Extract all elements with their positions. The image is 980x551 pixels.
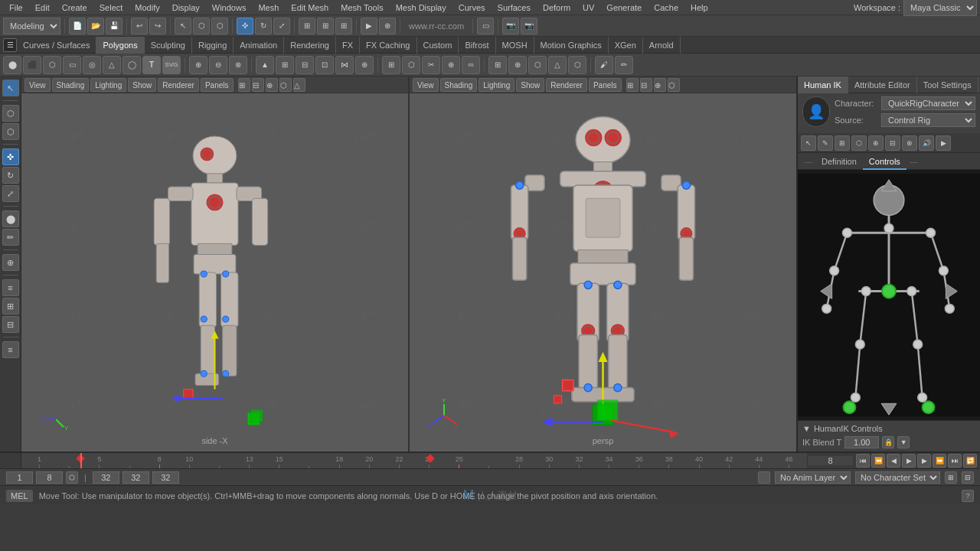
snap-point-btn[interactable]: ⊞ xyxy=(335,18,352,34)
pb-play[interactable]: ▶ xyxy=(902,454,916,468)
svg-icon[interactable]: SVG xyxy=(162,56,181,74)
viewport-right-content[interactable]: 人人素材 人人素材 人人素材 人人素材 人人素材 人人素材 人人素材 人人素材 … xyxy=(410,93,796,452)
menu-curves[interactable]: Curves xyxy=(452,0,492,15)
vp-icon-2[interactable]: ⊟ xyxy=(252,78,264,92)
sidebar-toggle[interactable]: ☰ xyxy=(3,38,17,52)
cam2-btn[interactable]: 📷 xyxy=(521,18,537,34)
cube-icon[interactable]: ⬛ xyxy=(23,56,41,74)
pb-next-key[interactable]: ⏩ xyxy=(933,454,946,468)
hik-tool-1[interactable]: ↖ xyxy=(801,135,816,151)
hik-source-dropdown[interactable]: Control Rig xyxy=(881,113,975,127)
open-file-btn[interactable]: 📂 xyxy=(87,18,104,34)
menu-create[interactable]: Create xyxy=(56,0,93,15)
pb-goto-end[interactable]: ⏭ xyxy=(948,454,962,468)
tab-custom[interactable]: Custom xyxy=(417,37,459,54)
cylinder-icon[interactable]: ⬡ xyxy=(43,56,61,74)
soft-mod-tool[interactable]: ⬤ xyxy=(2,210,19,227)
snap-grid-btn[interactable]: ⊞ xyxy=(299,18,315,34)
attribute-spread[interactable]: ⊟ xyxy=(2,316,19,333)
undo-btn[interactable]: ↩ xyxy=(131,18,148,34)
component-list[interactable]: ≡ xyxy=(2,279,19,296)
menu-edit-mesh[interactable]: Edit Mesh xyxy=(285,0,335,15)
skeleton-view[interactable] xyxy=(798,170,980,420)
vp-left-renderer[interactable]: Renderer xyxy=(158,78,199,92)
render-plane-btn[interactable]: ▭ xyxy=(477,18,494,34)
hik-tool-7[interactable]: ⊗ xyxy=(902,135,917,151)
menu-surfaces[interactable]: Surfaces xyxy=(492,0,537,15)
pb-frame-icon[interactable]: ⬡ xyxy=(66,471,78,484)
tab-rendering[interactable]: Rendering xyxy=(284,37,336,54)
menu-mesh-tools[interactable]: Mesh Tools xyxy=(335,0,389,15)
tab-fx[interactable]: FX xyxy=(336,37,360,54)
fill-hole-icon[interactable]: ⊡ xyxy=(315,56,334,74)
pb-max-frame-3[interactable] xyxy=(152,471,179,484)
lasso-btn[interactable]: ⬡ xyxy=(193,18,210,34)
tab-xgen[interactable]: XGen xyxy=(609,37,643,54)
pb-goto-start[interactable]: ⏮ xyxy=(856,454,870,468)
smooth-icon[interactable]: ⬡ xyxy=(528,56,547,74)
pb-max-frame-1[interactable] xyxy=(93,471,119,484)
pb-loop[interactable]: 🔁 xyxy=(963,454,977,468)
sculpt-tool[interactable]: ✏ xyxy=(2,229,19,246)
status-help-btn[interactable]: ? xyxy=(962,490,974,502)
vp-right-icon-3[interactable]: ⊕ xyxy=(654,78,666,92)
vp-right-icon-2[interactable]: ⊟ xyxy=(640,78,652,92)
scale-btn[interactable]: ⤢ xyxy=(273,18,290,34)
vp-right-panels[interactable]: Panels xyxy=(589,78,622,92)
menu-select[interactable]: Select xyxy=(93,0,129,15)
vp-left-show[interactable]: Show xyxy=(128,78,156,92)
hik-tool-3[interactable]: ⊞ xyxy=(835,135,850,151)
render-settings[interactable]: ⊞ xyxy=(2,298,19,315)
snap-curve-btn[interactable]: ⊞ xyxy=(317,18,334,34)
rotate-tool[interactable]: ↻ xyxy=(2,167,19,184)
remesh-icon[interactable]: ⬡ xyxy=(568,56,586,74)
tab-bifrost[interactable]: Bifrost xyxy=(459,37,495,54)
save-file-btn[interactable]: 💾 xyxy=(106,18,122,34)
vp-left-shading[interactable]: Shading xyxy=(52,78,90,92)
tab-sculpting[interactable]: Sculpting xyxy=(145,37,192,54)
hik-tool-6[interactable]: ⊟ xyxy=(885,135,900,151)
hik-tool-5[interactable]: ⊕ xyxy=(868,135,884,151)
tab-motion-graphics[interactable]: Motion Graphics xyxy=(534,37,609,54)
anim-layer-dropdown[interactable]: No Anim Layer xyxy=(775,471,851,484)
pb-start-frame[interactable] xyxy=(6,471,33,484)
rotate-btn[interactable]: ↻ xyxy=(255,18,272,34)
boolean-icon[interactable]: ⊕ xyxy=(508,56,527,74)
bevel-icon[interactable]: ▲ xyxy=(256,56,274,74)
cam-btn[interactable]: 📷 xyxy=(502,18,519,34)
hik-lock-btn[interactable]: 🔒 xyxy=(882,436,894,448)
menu-help[interactable]: Help xyxy=(684,0,714,15)
artisan-icon[interactable]: ✏ xyxy=(615,56,633,74)
vp-right-icon-4[interactable]: ⬡ xyxy=(668,78,680,92)
pb-max-frame-2[interactable] xyxy=(122,471,149,484)
ipr-btn[interactable]: ⊕ xyxy=(379,18,396,34)
menu-modify[interactable]: Modify xyxy=(129,0,165,15)
vp-left-lighting[interactable]: Lighting xyxy=(90,78,126,92)
tab-fx-caching[interactable]: FX Caching xyxy=(360,37,416,54)
extract-icon[interactable]: ⊗ xyxy=(229,56,247,74)
menu-display[interactable]: Display xyxy=(166,0,206,15)
redo-btn[interactable]: ↪ xyxy=(149,18,166,34)
hik-tab-definition[interactable]: Definition xyxy=(815,153,863,170)
menu-mesh[interactable]: Mesh xyxy=(252,0,285,15)
mode-dropdown[interactable]: Modeling xyxy=(3,18,60,34)
pb-prev-key[interactable]: ⏪ xyxy=(871,454,885,468)
weld-icon[interactable]: ⊕ xyxy=(355,56,374,74)
menu-windows[interactable]: Windows xyxy=(206,0,253,15)
pb-prev-frame[interactable]: ◀ xyxy=(887,454,900,468)
render-btn[interactable]: ▶ xyxy=(361,18,377,34)
paint-effects-icon[interactable]: 🖌 xyxy=(595,56,613,74)
vp-icon-5[interactable]: △ xyxy=(293,78,305,92)
vp-right-view[interactable]: View xyxy=(413,78,439,92)
scale-tool[interactable]: ⤢ xyxy=(2,185,19,202)
separate-icon[interactable]: ⊖ xyxy=(209,56,227,74)
mel-label[interactable]: MEL xyxy=(6,490,33,502)
merge-icon[interactable]: ⋈ xyxy=(335,56,354,74)
cone-icon[interactable]: △ xyxy=(103,56,121,74)
tab-polygons[interactable]: Polygons xyxy=(96,37,144,54)
hik-tool-4[interactable]: ⬡ xyxy=(851,135,867,151)
mirror-icon[interactable]: ⊞ xyxy=(488,56,507,74)
hik-tool-9[interactable]: ▶ xyxy=(936,135,951,151)
edge-flow-icon[interactable]: ⬡ xyxy=(402,56,420,74)
menu-deform[interactable]: Deform xyxy=(537,0,577,15)
